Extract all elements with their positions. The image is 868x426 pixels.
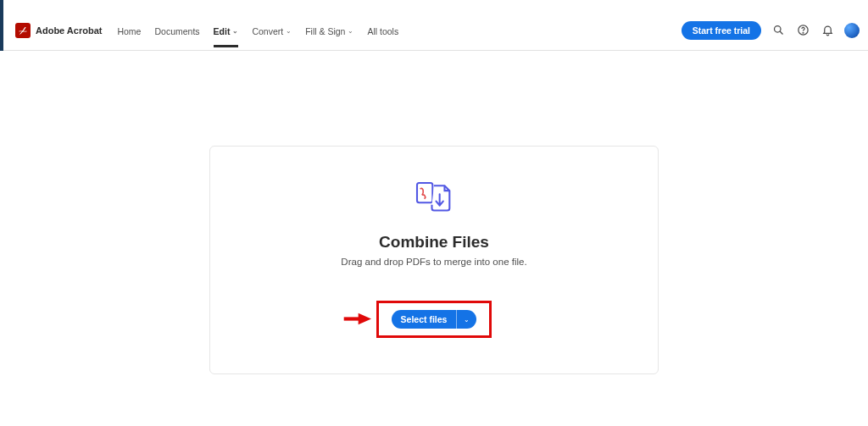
app-header: Adobe Acrobat Home Documents Edit ⌄ Conv…: [3, 10, 868, 51]
avatar[interactable]: [844, 23, 860, 38]
start-free-trial-button[interactable]: Start free trial: [682, 21, 761, 40]
header-left-group: Adobe Acrobat Home Documents Edit ⌄ Conv…: [15, 14, 398, 47]
brand-name: Adobe Acrobat: [36, 25, 102, 36]
card-title: Combine Files: [379, 233, 489, 252]
arrow-annotation-icon: [342, 312, 371, 327]
svg-line-1: [780, 31, 782, 34]
main-content: Combine Files Drag and drop PDFs to merg…: [0, 51, 868, 374]
combine-files-card: Combine Files Drag and drop PDFs to merg…: [209, 146, 659, 374]
chevron-down-icon: ⌄: [232, 27, 238, 35]
main-nav: Home Documents Edit ⌄ Convert ⌄ Fill & S…: [117, 14, 398, 47]
nav-documents[interactable]: Documents: [154, 14, 199, 47]
svg-point-3: [803, 32, 804, 33]
nav-convert[interactable]: Convert ⌄: [252, 14, 292, 47]
nav-edit-label: Edit: [214, 26, 231, 36]
svg-point-0: [774, 26, 781, 33]
chevron-down-icon: ⌄: [286, 27, 292, 35]
annotation-highlight-box: Select files ⌄: [376, 301, 492, 338]
acrobat-logo-icon: [15, 23, 31, 38]
header-right-group: Start free trial: [682, 21, 860, 40]
left-accent-bar: [0, 0, 3, 51]
search-icon[interactable]: [771, 23, 786, 38]
svg-rect-4: [417, 183, 432, 202]
brand[interactable]: Adobe Acrobat: [15, 23, 102, 38]
nav-convert-label: Convert: [252, 26, 283, 36]
select-files-label: Select files: [392, 310, 457, 329]
notifications-icon[interactable]: [820, 23, 835, 38]
nav-alltools[interactable]: All tools: [367, 14, 398, 47]
combine-files-icon: [413, 179, 455, 219]
chevron-down-icon: ⌄: [464, 316, 470, 324]
card-subtitle: Drag and drop PDFs to merge into one fil…: [341, 257, 526, 267]
select-files-dropdown[interactable]: ⌄: [456, 310, 476, 329]
svg-marker-6: [358, 313, 370, 325]
nav-home[interactable]: Home: [117, 14, 141, 47]
nav-fillsign-label: Fill & Sign: [305, 26, 345, 36]
nav-edit[interactable]: Edit ⌄: [214, 14, 239, 47]
help-icon[interactable]: [795, 23, 810, 38]
nav-fillsign[interactable]: Fill & Sign ⌄: [305, 14, 353, 47]
select-files-button[interactable]: Select files ⌄: [392, 310, 477, 329]
chevron-down-icon: ⌄: [348, 27, 353, 35]
